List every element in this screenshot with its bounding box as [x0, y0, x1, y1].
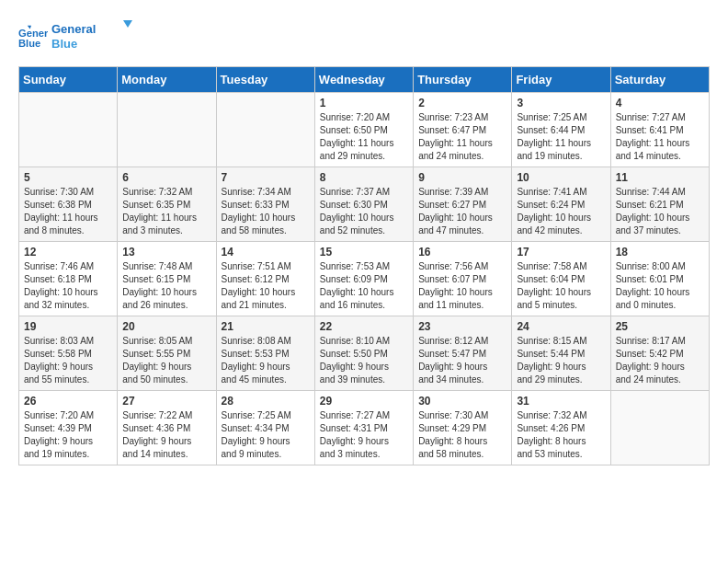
calendar-cell: 14Sunrise: 7:51 AM Sunset: 6:12 PM Dayli… — [216, 242, 314, 316]
calendar-cell: 12Sunrise: 7:46 AM Sunset: 6:18 PM Dayli… — [19, 242, 118, 316]
svg-text:Blue: Blue — [51, 37, 77, 51]
cell-content: Sunrise: 7:25 AM Sunset: 4:34 PM Dayligh… — [222, 409, 310, 461]
day-header-thursday: Thursday — [414, 67, 512, 93]
day-number: 27 — [122, 395, 210, 408]
calendar-cell: 25Sunrise: 8:17 AM Sunset: 5:42 PM Dayli… — [610, 316, 709, 391]
cell-content: Sunrise: 7:30 AM Sunset: 6:38 PM Dayligh… — [24, 186, 112, 237]
svg-text:General: General — [18, 28, 48, 39]
logo-svg: General Blue — [51, 18, 134, 53]
cell-content: Sunrise: 7:44 AM Sunset: 6:21 PM Dayligh… — [616, 186, 704, 237]
day-header-saturday: Saturday — [610, 67, 709, 93]
cell-content: Sunrise: 7:30 AM Sunset: 4:29 PM Dayligh… — [418, 409, 506, 461]
day-number: 17 — [517, 246, 605, 259]
day-number: 30 — [418, 395, 506, 408]
day-number: 22 — [320, 320, 408, 333]
calendar-cell: 22Sunrise: 8:10 AM Sunset: 5:50 PM Dayli… — [314, 316, 413, 391]
calendar-cell: 19Sunrise: 8:03 AM Sunset: 5:58 PM Dayli… — [19, 316, 118, 391]
header-row: SundayMondayTuesdayWednesdayThursdayFrid… — [19, 67, 710, 93]
week-row-5: 26Sunrise: 7:20 AM Sunset: 4:39 PM Dayli… — [19, 391, 710, 465]
calendar-cell: 26Sunrise: 7:20 AM Sunset: 4:39 PM Dayli… — [19, 391, 118, 465]
calendar-cell: 6Sunrise: 7:32 AM Sunset: 6:35 PM Daylig… — [118, 167, 216, 242]
cell-content: Sunrise: 7:56 AM Sunset: 6:07 PM Dayligh… — [418, 260, 506, 312]
calendar-cell: 17Sunrise: 7:58 AM Sunset: 6:04 PM Dayli… — [512, 242, 610, 316]
cell-content: Sunrise: 7:41 AM Sunset: 6:24 PM Dayligh… — [517, 186, 605, 237]
day-number: 28 — [222, 395, 310, 408]
calendar-cell: 23Sunrise: 8:12 AM Sunset: 5:47 PM Dayli… — [414, 316, 512, 391]
week-row-3: 12Sunrise: 7:46 AM Sunset: 6:18 PM Dayli… — [19, 242, 710, 316]
day-number: 5 — [24, 171, 112, 184]
calendar-cell: 2Sunrise: 7:23 AM Sunset: 6:47 PM Daylig… — [414, 93, 512, 167]
cell-content: Sunrise: 7:48 AM Sunset: 6:15 PM Dayligh… — [122, 260, 210, 312]
calendar-cell: 24Sunrise: 8:15 AM Sunset: 5:44 PM Dayli… — [512, 316, 610, 391]
day-number: 24 — [517, 320, 605, 333]
day-header-sunday: Sunday — [19, 67, 118, 93]
cell-content: Sunrise: 8:15 AM Sunset: 5:44 PM Dayligh… — [517, 335, 605, 386]
calendar-cell: 15Sunrise: 7:53 AM Sunset: 6:09 PM Dayli… — [314, 242, 413, 316]
calendar-cell: 20Sunrise: 8:05 AM Sunset: 5:55 PM Dayli… — [118, 316, 216, 391]
day-number: 14 — [222, 246, 310, 259]
calendar-cell: 28Sunrise: 7:25 AM Sunset: 4:34 PM Dayli… — [216, 391, 314, 465]
cell-content: Sunrise: 7:20 AM Sunset: 4:39 PM Dayligh… — [24, 409, 112, 461]
logo: General Blue General Blue — [18, 18, 134, 57]
calendar-cell: 27Sunrise: 7:22 AM Sunset: 4:36 PM Dayli… — [118, 391, 216, 465]
day-number: 13 — [122, 246, 210, 259]
day-number: 25 — [616, 320, 704, 333]
calendar-cell: 11Sunrise: 7:44 AM Sunset: 6:21 PM Dayli… — [610, 167, 709, 242]
day-number: 31 — [517, 395, 605, 408]
day-number: 2 — [418, 97, 506, 109]
day-number: 15 — [320, 246, 408, 259]
day-number: 3 — [517, 97, 605, 109]
week-row-1: 1Sunrise: 7:20 AM Sunset: 6:50 PM Daylig… — [19, 93, 710, 167]
day-number: 8 — [320, 171, 408, 184]
week-row-2: 5Sunrise: 7:30 AM Sunset: 6:38 PM Daylig… — [19, 167, 710, 242]
calendar-cell: 13Sunrise: 7:48 AM Sunset: 6:15 PM Dayli… — [118, 242, 216, 316]
day-header-wednesday: Wednesday — [314, 67, 413, 93]
cell-content: Sunrise: 8:00 AM Sunset: 6:01 PM Dayligh… — [616, 260, 704, 312]
cell-content: Sunrise: 7:32 AM Sunset: 4:26 PM Dayligh… — [517, 409, 605, 461]
cell-content: Sunrise: 7:53 AM Sunset: 6:09 PM Dayligh… — [320, 260, 408, 312]
calendar-cell: 21Sunrise: 8:08 AM Sunset: 5:53 PM Dayli… — [216, 316, 314, 391]
calendar-cell — [118, 93, 216, 167]
cell-content: Sunrise: 7:22 AM Sunset: 4:36 PM Dayligh… — [122, 409, 210, 461]
day-number: 6 — [122, 171, 210, 184]
cell-content: Sunrise: 8:08 AM Sunset: 5:53 PM Dayligh… — [222, 335, 310, 386]
cell-content: Sunrise: 7:51 AM Sunset: 6:12 PM Dayligh… — [222, 260, 310, 312]
cell-content: Sunrise: 7:39 AM Sunset: 6:27 PM Dayligh… — [418, 186, 506, 237]
calendar-cell: 3Sunrise: 7:25 AM Sunset: 6:44 PM Daylig… — [512, 93, 610, 167]
calendar-cell — [19, 93, 118, 167]
calendar-cell: 18Sunrise: 8:00 AM Sunset: 6:01 PM Dayli… — [610, 242, 709, 316]
calendar-cell: 9Sunrise: 7:39 AM Sunset: 6:27 PM Daylig… — [414, 167, 512, 242]
day-number: 4 — [616, 97, 704, 109]
svg-text:General: General — [51, 22, 96, 36]
cell-content: Sunrise: 8:03 AM Sunset: 5:58 PM Dayligh… — [24, 335, 112, 386]
cell-content: Sunrise: 7:27 AM Sunset: 4:31 PM Dayligh… — [320, 409, 408, 461]
day-number: 9 — [418, 171, 506, 184]
cell-content: Sunrise: 7:23 AM Sunset: 6:47 PM Dayligh… — [418, 111, 506, 163]
day-header-monday: Monday — [118, 67, 216, 93]
calendar-cell: 7Sunrise: 7:34 AM Sunset: 6:33 PM Daylig… — [216, 167, 314, 242]
calendar-cell: 5Sunrise: 7:30 AM Sunset: 6:38 PM Daylig… — [19, 167, 118, 242]
day-number: 7 — [222, 171, 310, 184]
cell-content: Sunrise: 7:58 AM Sunset: 6:04 PM Dayligh… — [517, 260, 605, 312]
cell-content: Sunrise: 8:10 AM Sunset: 5:50 PM Dayligh… — [320, 335, 408, 386]
svg-marker-4 — [123, 20, 132, 28]
calendar-cell: 29Sunrise: 7:27 AM Sunset: 4:31 PM Dayli… — [314, 391, 413, 465]
cell-content: Sunrise: 7:37 AM Sunset: 6:30 PM Dayligh… — [320, 186, 408, 237]
cell-content: Sunrise: 7:46 AM Sunset: 6:18 PM Dayligh… — [24, 260, 112, 312]
week-row-4: 19Sunrise: 8:03 AM Sunset: 5:58 PM Dayli… — [19, 316, 710, 391]
calendar-cell: 1Sunrise: 7:20 AM Sunset: 6:50 PM Daylig… — [314, 93, 413, 167]
day-number: 11 — [616, 171, 704, 184]
day-number: 18 — [616, 246, 704, 259]
calendar-cell: 4Sunrise: 7:27 AM Sunset: 6:41 PM Daylig… — [610, 93, 709, 167]
cell-content: Sunrise: 8:12 AM Sunset: 5:47 PM Dayligh… — [418, 335, 506, 386]
cell-content: Sunrise: 7:27 AM Sunset: 6:41 PM Dayligh… — [616, 111, 704, 163]
cell-content: Sunrise: 8:05 AM Sunset: 5:55 PM Dayligh… — [122, 335, 210, 386]
day-header-friday: Friday — [512, 67, 610, 93]
cell-content: Sunrise: 8:17 AM Sunset: 5:42 PM Dayligh… — [616, 335, 704, 386]
day-number: 23 — [418, 320, 506, 333]
day-number: 20 — [122, 320, 210, 333]
calendar-cell: 16Sunrise: 7:56 AM Sunset: 6:07 PM Dayli… — [414, 242, 512, 316]
calendar-cell — [610, 391, 709, 465]
calendar-cell: 31Sunrise: 7:32 AM Sunset: 4:26 PM Dayli… — [512, 391, 610, 465]
calendar-cell — [216, 93, 314, 167]
